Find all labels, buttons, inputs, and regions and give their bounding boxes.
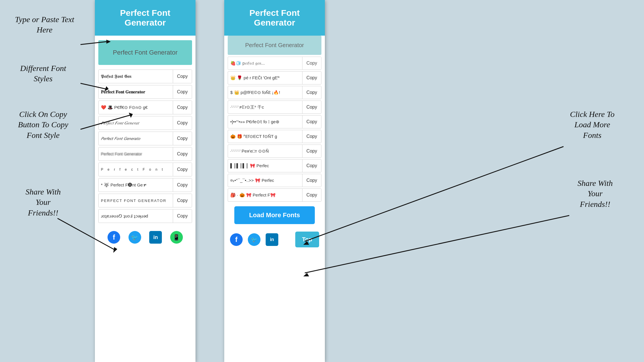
font-row: •]••°'•»» P€rfe⊙𝕥 fo ͫ ge⊛ Copy — [228, 115, 321, 128]
bottom-bar: f 🐦 in Top — [224, 229, 325, 253]
copy-button[interactable]: Copy — [302, 174, 321, 187]
font-row: Perfect Font Generator Copy — [98, 147, 192, 161]
font-text: ❤️ 🎩 P€ff€⊙ F⊙n⊙ g€ — [99, 104, 173, 111]
left-phone: Perfect Font Generator Perfect Font Gene… — [95, 0, 195, 362]
annotation-type-paste: Type or Paste TextHere — [9, 14, 80, 35]
load-more-button[interactable]: Load More Fonts — [234, 206, 315, 224]
annotation-share-left: Share WithYourFriends!! — [9, 187, 78, 218]
svg-line-10 — [305, 215, 569, 273]
left-title: Perfect Font Generator — [120, 8, 170, 27]
annotation-share-right: Share WithYourFriends!! — [558, 178, 632, 209]
right-header: Perfect Font Generator — [224, 0, 325, 36]
annotation-different-fonts: Different FontStyles — [6, 63, 80, 84]
social-bar: f 🐦 in 📱 — [95, 225, 195, 249]
copy-button[interactable]: Copy — [173, 101, 192, 114]
linkedin-icon[interactable]: in — [149, 231, 162, 244]
copy-button[interactable]: Copy — [302, 101, 321, 113]
font-row: 𝔓𝔢𝔯𝔣𝔢𝔠𝔱 𝔉𝔬𝔫𝔱 𝔊𝔢𝔫 Copy — [98, 70, 192, 83]
facebook-icon-right[interactable]: f — [230, 233, 243, 246]
copy-button[interactable]: Copy — [302, 115, 321, 128]
font-row: 𝘗𝘦𝘳𝘧𝘦𝘤𝘵 𝘍𝘰𝘯𝘵 𝘎𝘦𝘯𝘦𝘳𝘢𝘵𝘰 Copy — [98, 132, 192, 145]
copy-button[interactable]: Copy — [173, 116, 192, 130]
copy-button[interactable]: Copy — [173, 163, 192, 176]
font-text: 🎒 · 🎃 🎀 Perfect F🎀 — [228, 191, 302, 199]
bottom-social-bar: f 🐦 in — [230, 233, 278, 246]
font-text: 𝑃𝑒𝑟𝑓𝑒𝑐𝑡 𝐹𝑜𝑛𝑡 𝐺𝑒𝑛𝑒𝑟𝑎𝑡 — [99, 120, 173, 127]
font-row: PERFECT FONT GENERATOR Copy — [98, 194, 192, 207]
right-phone: Perfect Font Generator Perfect Font Gene… — [224, 0, 325, 362]
font-row: ¤₁•°¯_¯•..>> 🎀 Perfec Copy — [228, 174, 321, 187]
font-text: P e r f e c t F o n t — [99, 166, 173, 173]
right-input-display: Perfect Font Generator — [228, 36, 321, 55]
font-row: ·'·'·'·' ᴘ𝔼r⊙王ᵃ 干c Copy — [228, 101, 321, 114]
right-title: Perfect Font Generator — [249, 8, 300, 27]
font-text: 👑 🌹 pé r FEČt 'Ont gEᴺ — [228, 74, 302, 82]
font-row: 🎃 🎁 ᴾEf⊙ECT f⊙ÑT g Copy — [228, 130, 321, 143]
font-row: 🎒 · 🎃 🎀 Perfect F🎀 Copy — [228, 188, 321, 202]
annotation-load-more: Click Here ToLoad MoreFonts — [552, 109, 632, 140]
font-text: ▌║▌║▌║ 🎀 Perfec — [228, 162, 302, 170]
copy-button[interactable]: Copy — [302, 159, 321, 172]
font-row: ɹoʇɐɹǝuǝ⅁ ʇuoℲ ʇɔǝɟɹǝd Copy — [98, 209, 192, 223]
font-text: ·'·'·'·' ᴘ𝔼r⊙王ᵃ 干c — [228, 103, 302, 111]
left-header: Perfect Font Generator — [95, 0, 195, 36]
copy-button[interactable]: Copy — [302, 130, 321, 143]
font-text: ɹoʇɐɹǝuǝ⅁ ʇuoℲ ʇɔǝɟɹǝd — [99, 212, 173, 220]
font-row: * 🐺 Perfect F🅞nt Ge𝓻 Copy — [98, 178, 192, 192]
font-row: ❤️ 🎩 P€ff€⊙ F⊙n⊙ g€ Copy — [98, 101, 192, 114]
font-row: P e r f e c t F o n t Copy — [98, 163, 192, 176]
copy-button[interactable]: Copy — [173, 194, 192, 207]
font-text: 🍓🧊 p𝔢𝔯𝔣𝔢𝔠𝔱 𝔤𝔢𝔫... — [228, 59, 302, 67]
font-text: 𝐏𝐞𝐫𝐟𝐞𝐜𝐭 𝐅𝐨𝐧𝐭 𝐆𝐞𝐧𝐞𝐫𝐚𝐭𝐨𝐫 — [99, 88, 173, 96]
font-text: ·'·'·'·'·' Peя'e□т ⊙⊙Ñ — [228, 147, 302, 155]
copy-button[interactable]: Copy — [302, 86, 321, 99]
font-row: ▌║▌║▌║ 🎀 Perfec Copy — [228, 159, 321, 172]
font-text: Perfect Font Generator — [99, 151, 173, 157]
svg-line-8 — [305, 147, 564, 241]
copy-button[interactable]: Copy — [173, 132, 192, 145]
copy-button[interactable]: Copy — [302, 145, 321, 157]
copy-button[interactable]: Copy — [173, 209, 192, 223]
font-text: •]••°'•»» P€rfe⊙𝕥 fo ͫ ge⊛ — [228, 118, 302, 126]
copy-button[interactable]: Copy — [302, 57, 321, 70]
font-text: $ 👑 p@fFE©⊙ foÑ𝕥 ¡🔥! — [228, 89, 302, 96]
facebook-icon[interactable]: f — [108, 231, 120, 244]
linkedin-icon-right[interactable]: in — [266, 233, 278, 246]
whatsapp-icon[interactable]: 📱 — [170, 231, 183, 244]
twitter-icon-right[interactable]: 🐦 — [248, 233, 260, 246]
top-button[interactable]: Top — [295, 232, 319, 247]
copy-button[interactable]: Copy — [173, 147, 192, 161]
font-text: 𝘗𝘦𝘳𝘧𝘦𝘤𝘵 𝘍𝘰𝘯𝘵 𝘎𝘦𝘯𝘦𝘳𝘢𝘵𝘰 — [99, 135, 173, 142]
font-row: 👑 🌹 pé r FEČt 'Ont gEᴺ Copy — [228, 71, 321, 84]
font-text: PERFECT FONT GENERATOR — [99, 197, 173, 204]
text-input-display[interactable]: Perfect Font Generator — [98, 40, 192, 65]
copy-button[interactable]: Copy — [173, 178, 192, 192]
font-row: $ 👑 p@fFE©⊙ foÑ𝕥 ¡🔥! Copy — [228, 86, 321, 99]
font-row: 𝐏𝐞𝐫𝐟𝐞𝐜𝐭 𝐅𝐨𝐧𝐭 𝐆𝐞𝐧𝐞𝐫𝐚𝐭𝐨𝐫 Copy — [98, 85, 192, 99]
font-row: 𝑃𝑒𝑟𝑓𝑒𝑐𝑡 𝐹𝑜𝑛𝑡 𝐺𝑒𝑛𝑒𝑟𝑎𝑡 Copy — [98, 116, 192, 130]
twitter-icon[interactable]: 🐦 — [129, 231, 141, 244]
font-text: * 🐺 Perfect F🅞nt Ge𝓻 — [99, 181, 173, 189]
copy-button[interactable]: Copy — [173, 85, 192, 99]
copy-button[interactable]: Copy — [302, 189, 321, 201]
copy-button[interactable]: Copy — [173, 70, 192, 83]
annotation-click-copy: Click On CopyButton To CopyFont Style — [6, 109, 80, 140]
font-text: 𝔓𝔢𝔯𝔣𝔢𝔠𝔱 𝔉𝔬𝔫𝔱 𝔊𝔢𝔫 — [99, 73, 173, 80]
font-row-partial: 🍓🧊 p𝔢𝔯𝔣𝔢𝔠𝔱 𝔤𝔢𝔫... Copy — [228, 57, 321, 70]
font-text: ¤₁•°¯_¯•..>> 🎀 Perfec — [228, 177, 302, 184]
font-text: 🎃 🎁 ᴾEf⊙ECT f⊙ÑT g — [228, 133, 302, 140]
font-row: ·'·'·'·'·' Peя'e□т ⊙⊙Ñ Copy — [228, 145, 321, 158]
copy-button[interactable]: Copy — [302, 72, 321, 84]
